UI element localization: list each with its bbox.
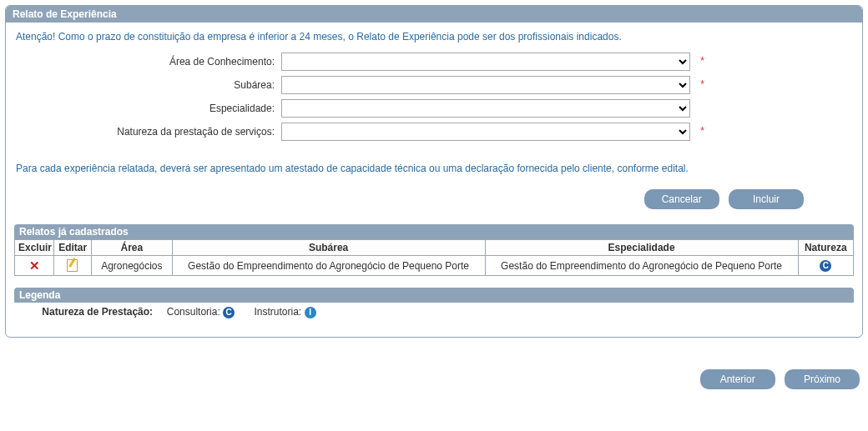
cancel-button[interactable]: Cancelar bbox=[644, 189, 719, 209]
legenda-instrutoria: Instrutoria: bbox=[254, 306, 301, 318]
th-area: Área bbox=[92, 240, 172, 256]
label-area: Área de Conhecimento: bbox=[14, 56, 281, 68]
cell-especialidade: Gestão do Empreendimento do Agronegócio … bbox=[485, 256, 798, 276]
legenda-body: Natureza de Prestação: Consultoria: C In… bbox=[14, 303, 854, 325]
required-marker: * bbox=[700, 78, 704, 90]
select-subarea[interactable] bbox=[281, 76, 690, 94]
th-natureza: Natureza bbox=[798, 240, 853, 256]
row-natureza: Natureza da prestação de serviços: * bbox=[14, 123, 854, 141]
relato-panel: Relato de Experiência Atenção! Como o pr… bbox=[5, 5, 863, 338]
next-button[interactable]: Próximo bbox=[785, 369, 860, 389]
table-row: ✕ Agronegócios Gestão do Empreendimento … bbox=[15, 256, 854, 276]
natureza-badge: C bbox=[820, 260, 831, 272]
panel-body: Atenção! Como o prazo de constituição da… bbox=[6, 23, 862, 337]
row-especialidade: Especialidade: bbox=[14, 99, 854, 118]
required-marker: * bbox=[700, 55, 704, 67]
form-buttons: Cancelar Incluir bbox=[14, 184, 854, 213]
select-area[interactable] bbox=[281, 53, 690, 71]
legenda-label: Natureza de Prestação: bbox=[42, 306, 153, 318]
consultoria-badge-icon: C bbox=[223, 307, 235, 318]
warning-text: Atenção! Como o prazo de constituição da… bbox=[16, 31, 852, 43]
cell-area: Agronegócios bbox=[92, 256, 172, 276]
select-natureza[interactable] bbox=[281, 123, 690, 141]
label-natureza: Natureza da prestação de serviços: bbox=[14, 126, 281, 138]
legenda-title: Legenda bbox=[14, 288, 854, 303]
row-area: Área de Conhecimento: * bbox=[14, 53, 854, 71]
legenda-panel: Legenda Natureza de Prestação: Consultor… bbox=[14, 288, 854, 325]
select-especialidade[interactable] bbox=[281, 99, 690, 118]
instrutoria-badge-icon: I bbox=[305, 307, 316, 318]
prev-button[interactable]: Anterior bbox=[700, 369, 775, 389]
delete-icon[interactable]: ✕ bbox=[29, 258, 40, 273]
include-button[interactable]: Incluir bbox=[729, 189, 804, 209]
legenda-consultoria: Consultoria: bbox=[167, 306, 220, 318]
th-excluir: Excluir bbox=[15, 240, 54, 256]
label-especialidade: Especialidade: bbox=[14, 103, 281, 114]
th-editar: Editar bbox=[54, 240, 92, 256]
panel-title: Relato de Experiência bbox=[6, 6, 862, 23]
row-subarea: Subárea: * bbox=[14, 76, 854, 94]
edit-icon[interactable] bbox=[67, 258, 79, 271]
relatos-table: Excluir Editar Área Subárea Especialidad… bbox=[14, 239, 854, 276]
footer-buttons: Anterior Próximo bbox=[5, 344, 863, 394]
note-text: Para cada experiência relatada, deverá s… bbox=[16, 163, 852, 174]
label-subarea: Subárea: bbox=[14, 79, 281, 91]
th-especialidade: Especialidade bbox=[485, 240, 798, 256]
relatos-title: Relatos já cadastrados bbox=[14, 224, 854, 239]
required-marker: * bbox=[700, 125, 704, 137]
cell-subarea: Gestão do Empreendimento do Agronegócio … bbox=[172, 256, 485, 276]
th-subarea: Subárea bbox=[172, 240, 485, 256]
relatos-panel: Relatos já cadastrados Excluir Editar Ár… bbox=[14, 224, 854, 276]
